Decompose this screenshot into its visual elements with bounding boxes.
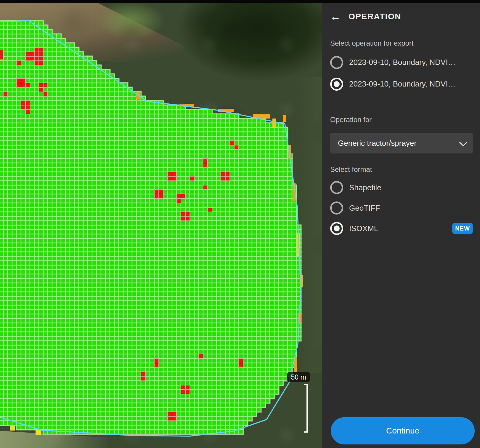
dropdown-value: Generic tractor/sprayer	[338, 139, 460, 148]
top-black-bar	[0, 0, 480, 3]
operation-option-label: 2023-09-10, Boundary, NDVI…	[349, 58, 455, 67]
radio-icon[interactable]	[330, 181, 343, 194]
map-canvas[interactable]: 50 m	[0, 0, 323, 448]
format-option-geotiff[interactable]: GeoTIFF	[330, 201, 473, 215]
panel-title: OPERATION	[349, 12, 401, 21]
format-option-isoxml[interactable]: ISOXML NEW	[330, 222, 473, 235]
operation-panel: ← OPERATION Select operation for export …	[322, 3, 480, 448]
continue-button[interactable]: Continue	[331, 417, 475, 444]
app-window: 50 m ← OPERATION Select operation for ex…	[0, 0, 480, 448]
select-operation-label: Select operation for export	[330, 39, 473, 47]
radio-icon[interactable]	[330, 56, 343, 69]
operation-option-2[interactable]: 2023-09-10, Boundary, NDVI…	[330, 77, 473, 91]
operation-option-1[interactable]: 2023-09-10, Boundary, NDVI…	[330, 56, 473, 69]
panel-header: ← OPERATION	[330, 11, 473, 23]
format-option-label: ISOXML	[349, 224, 378, 233]
select-format-label: Select format	[330, 165, 473, 174]
chevron-down-icon	[459, 138, 467, 146]
new-badge: NEW	[452, 223, 473, 234]
format-option-label: GeoTIFF	[349, 204, 380, 213]
radio-icon[interactable]	[330, 201, 343, 215]
operation-option-label: 2023-09-10, Boundary, NDVI…	[349, 79, 455, 89]
radio-icon[interactable]	[330, 222, 343, 235]
radio-icon[interactable]	[330, 78, 343, 91]
back-arrow-icon[interactable]: ←	[330, 11, 340, 23]
format-option-shapefile[interactable]: Shapefile	[330, 181, 473, 194]
format-option-label: Shapefile	[349, 183, 381, 192]
operation-for-dropdown[interactable]: Generic tractor/sprayer	[330, 133, 473, 153]
map-scale-label: 50 m	[287, 372, 310, 382]
field-grid-overlay	[0, 0, 323, 448]
operation-for-label: Operation for	[330, 116, 473, 124]
